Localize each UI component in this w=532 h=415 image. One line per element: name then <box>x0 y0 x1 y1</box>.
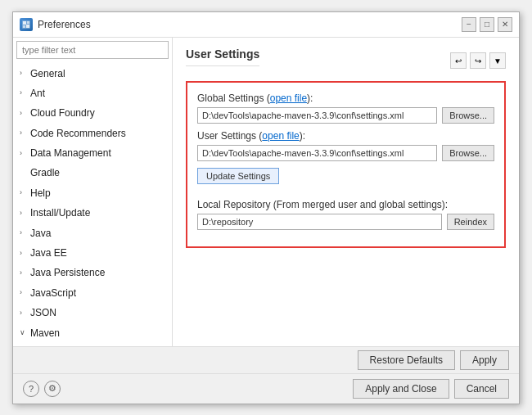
arrow-icon: › <box>20 307 28 319</box>
sidebar-item-label: Maven <box>30 325 60 341</box>
sidebar-item-label: Install/Update <box>30 205 90 221</box>
settings-section: Global Settings (open file): Browse... U… <box>186 81 506 248</box>
content-area: › General › Ant › Cloud Foundry › Code R… <box>13 38 519 346</box>
local-repo-label: Local Repository (From merged user and g… <box>197 199 494 210</box>
arrow-icon: › <box>20 286 28 299</box>
svg-rect-3 <box>23 25 25 28</box>
sidebar-item-label: Java Persistence <box>30 264 105 281</box>
minimize-button[interactable]: − <box>462 17 476 32</box>
window-controls: − □ ✕ <box>462 17 512 32</box>
global-settings-input[interactable] <box>197 107 437 124</box>
sidebar-item-cloud-foundry[interactable]: › Cloud Foundry <box>13 103 172 123</box>
sidebar-item-maven[interactable]: ∨ Maven <box>13 323 172 343</box>
sidebar-item-label: JSON <box>30 304 56 321</box>
sidebar-item-label: Gradle <box>30 165 60 181</box>
tree-area: › General › Ant › Cloud Foundry › Code R… <box>13 62 172 346</box>
bottom-actions: Restore Defaults Apply <box>13 346 519 373</box>
sidebar-item-label: Ant <box>30 85 45 101</box>
sidebar-item-java-persistence[interactable]: › Java Persistence <box>13 263 172 282</box>
sidebar-item-install-update[interactable]: › Install/Update <box>13 203 172 223</box>
svg-rect-2 <box>27 21 29 24</box>
sidebar-item-help[interactable]: › Help <box>13 183 172 203</box>
back-button[interactable]: ↩ <box>450 52 467 69</box>
cancel-button[interactable]: Cancel <box>454 379 509 399</box>
svg-rect-1 <box>23 21 26 25</box>
arrow-icon: › <box>20 187 28 199</box>
sidebar-item-label: Data Management <box>30 145 111 161</box>
close-button[interactable]: ✕ <box>498 17 512 32</box>
sidebar-item-label: Cloud Foundry <box>30 105 95 121</box>
arrow-icon: › <box>20 127 28 139</box>
help-button[interactable]: ? <box>23 381 39 397</box>
forward-button[interactable]: ↪ <box>470 52 486 69</box>
main-panel: User Settings ↩ ↪ ▼ Global Settings (ope… <box>173 38 519 346</box>
window-title: Preferences <box>38 19 91 30</box>
apply-button[interactable]: Apply <box>460 350 509 370</box>
local-repo-input[interactable] <box>197 214 442 230</box>
sidebar-item-label: General <box>30 65 65 82</box>
user-browse-button[interactable]: Browse... <box>442 145 494 161</box>
user-open-file-link[interactable]: open file <box>262 130 299 142</box>
menu-button[interactable]: ▼ <box>489 52 506 69</box>
sidebar-item-java-ee[interactable]: › Java EE <box>13 243 172 263</box>
sidebar-item-code-recommenders[interactable]: › Code Recommenders <box>13 124 172 143</box>
footer-right-buttons: Apply and Close Cancel <box>353 379 509 399</box>
preferences-window: Preferences − □ ✕ › General › Ant <box>12 11 520 404</box>
update-settings-button[interactable]: Update Settings <box>197 168 279 184</box>
sidebar: › General › Ant › Cloud Foundry › Code R… <box>13 38 173 346</box>
sidebar-item-ant[interactable]: › Ant <box>13 83 172 103</box>
user-settings-input[interactable] <box>197 145 437 161</box>
restore-defaults-button[interactable]: Restore Defaults <box>358 350 455 370</box>
arrow-icon: › <box>20 247 28 259</box>
title-bar: Preferences − □ ✕ <box>13 12 519 38</box>
global-open-file-link[interactable]: open file <box>270 92 307 104</box>
footer-bar: ? ⚙ Apply and Close Cancel <box>13 373 519 404</box>
sidebar-item-label: Help <box>30 185 51 201</box>
sidebar-item-label: Java EE <box>30 245 67 261</box>
local-repo-row: Reindex <box>197 214 494 230</box>
svg-rect-4 <box>26 25 29 28</box>
global-settings-row: Browse... <box>197 107 494 124</box>
arrow-icon: › <box>20 147 28 160</box>
sidebar-item-general[interactable]: › General <box>13 64 172 83</box>
apply-and-close-button[interactable]: Apply and Close <box>353 379 449 399</box>
maximize-button[interactable]: □ <box>480 17 494 32</box>
window-icon <box>20 18 33 31</box>
sidebar-item-label: Code Recommenders <box>30 125 126 142</box>
reindex-button[interactable]: Reindex <box>447 214 494 230</box>
sidebar-item-data-management[interactable]: › Data Management <box>13 143 172 163</box>
arrow-icon: › <box>20 267 28 279</box>
title-bar-left: Preferences <box>20 18 91 31</box>
sidebar-item-label: JavaScript <box>30 285 76 301</box>
sidebar-item-java[interactable]: › Java <box>13 223 172 243</box>
sidebar-item-label: Java <box>30 225 51 241</box>
sidebar-item-gradle[interactable]: Gradle <box>13 163 172 183</box>
user-settings-label: User Settings (open file): <box>197 130 494 142</box>
panel-title: User Settings <box>186 47 259 66</box>
sidebar-item-javascript[interactable]: › JavaScript <box>13 283 172 303</box>
arrow-icon: ∨ <box>20 327 28 339</box>
filter-input[interactable] <box>16 41 169 59</box>
global-settings-label: Global Settings (open file): <box>197 92 494 104</box>
settings-icon-button[interactable]: ⚙ <box>44 381 61 397</box>
sidebar-item-json[interactable]: › JSON <box>13 303 172 323</box>
user-settings-row: Browse... <box>197 145 494 161</box>
global-browse-button[interactable]: Browse... <box>442 107 494 124</box>
arrow-icon: › <box>20 207 28 219</box>
arrow-icon: › <box>20 107 28 120</box>
help-icons: ? ⚙ <box>23 381 61 397</box>
panel-toolbar: ↩ ↪ ▼ <box>450 52 506 69</box>
arrow-icon: › <box>20 227 28 239</box>
arrow-icon: › <box>20 67 28 79</box>
arrow-icon: › <box>20 87 28 99</box>
